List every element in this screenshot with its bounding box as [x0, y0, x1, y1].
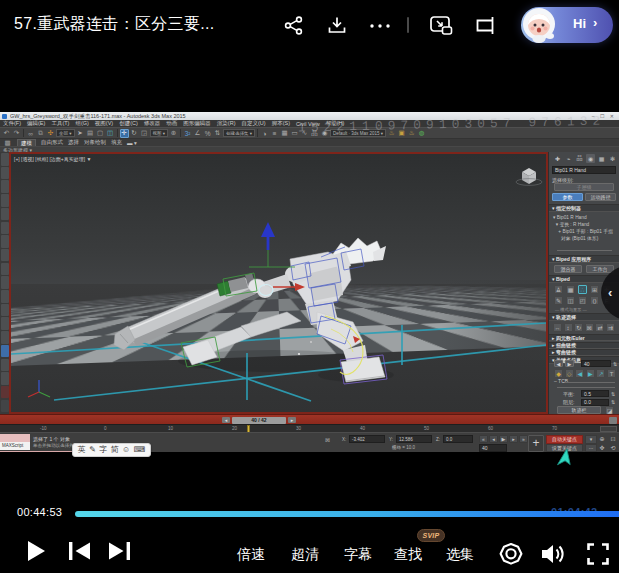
spinner-field-1[interactable]: 0.0	[581, 399, 609, 406]
keyinfo-icon-4[interactable]: ↗	[596, 369, 605, 378]
spinner-snap-icon[interactable]: ⇅	[213, 129, 222, 138]
next-key-button[interactable]: ▶	[565, 360, 574, 367]
theater-mode-icon[interactable]	[474, 16, 494, 35]
track-icon-body-vertical[interactable]: ↕	[564, 323, 573, 332]
object-name-field[interactable]: Bip01 R Hand	[552, 166, 616, 174]
prev-key-button[interactable]: ◀	[554, 360, 563, 367]
go-to-end-button[interactable]: »	[519, 435, 528, 443]
keyinfo-icon-5[interactable]: T	[607, 369, 616, 378]
watch-together-icon[interactable]	[497, 542, 525, 570]
panel-tab-modify[interactable]: ⌁	[564, 154, 573, 163]
biped-icon-mixer-mode[interactable]: ⊞	[590, 285, 599, 294]
next-frame-button[interactable]: ▸	[509, 435, 518, 443]
unlink-icon[interactable]: ⧉	[36, 129, 45, 138]
scale-icon[interactable]: ◲	[140, 129, 149, 138]
keyinfo-icon-1[interactable]: ◇	[565, 369, 574, 378]
angle-snap-icon[interactable]: ∠	[193, 129, 202, 138]
motion-paths-button[interactable]: 运动路径	[585, 193, 616, 201]
key-filters-button[interactable]: ⋯	[585, 444, 597, 452]
layers-icon[interactable]: ▦	[280, 129, 289, 138]
left-strip-button-7[interactable]	[1, 249, 9, 262]
left-strip-button-10[interactable]	[1, 290, 9, 303]
orbit-icon[interactable]: ⟲	[608, 443, 618, 452]
redo-icon[interactable]: ↷	[12, 129, 21, 138]
left-strip-button-14[interactable]	[1, 345, 9, 358]
go-to-start-button[interactable]: «	[479, 435, 488, 443]
trajectory-bar-button[interactable]: 轨迹栏	[557, 406, 601, 415]
biped-icon-motion-flow[interactable]: ∴	[578, 285, 587, 294]
region-icon[interactable]: ▢	[96, 129, 105, 138]
panel-tab-motion[interactable]: ◉	[586, 154, 595, 163]
ribbon-minimize-icon[interactable]: ▬ ▾	[127, 140, 137, 146]
download-icon[interactable]	[327, 16, 347, 35]
left-strip-button-0[interactable]	[1, 153, 9, 166]
max-viewport[interactable]	[11, 154, 546, 412]
previous-episode-button[interactable]	[68, 541, 91, 565]
track-icon-lock-com[interactable]: ⊠	[585, 323, 594, 332]
ribbon-tab-2[interactable]: 选择	[68, 139, 79, 146]
max-track-bar[interactable]: -10010203040506070	[0, 424, 619, 432]
frame-back-button[interactable]: ◂	[222, 417, 230, 423]
panel-tab-hierarchy[interactable]: 品	[575, 154, 584, 163]
more-icon[interactable]	[368, 22, 388, 41]
track-icon-opposite[interactable]: ⇉	[606, 323, 615, 332]
selection-lock-icon[interactable]: ⊠	[325, 436, 330, 443]
volume-icon[interactable]	[540, 542, 568, 570]
left-strip-button-12[interactable]	[1, 317, 9, 330]
ime-item-5[interactable]: ⌨	[134, 446, 146, 454]
maxscript-listener-white[interactable]: MAXScript	[0, 442, 30, 450]
left-strip-button-15[interactable]	[1, 359, 9, 372]
align-icon[interactable]: ≡	[270, 129, 279, 138]
viewport-label[interactable]: [+] [透视] [线框] [边面+真实处理] ▼	[14, 156, 91, 162]
z-field[interactable]: 0.0	[443, 435, 473, 443]
menu-item-5[interactable]: 创建(C)	[119, 120, 138, 127]
keyinfo-icon-2[interactable]: ◀	[575, 369, 584, 378]
left-strip-button-2[interactable]	[1, 180, 9, 193]
menu-item-0[interactable]: 文件(F)	[3, 120, 21, 127]
left-strip-button-11[interactable]	[1, 304, 9, 317]
menu-item-2[interactable]: 工具(T)	[51, 120, 69, 127]
parameters-button[interactable]: 参数	[552, 193, 583, 201]
ribbon-tab-1[interactable]: 自由形式	[41, 139, 63, 146]
left-strip-button-5[interactable]	[1, 222, 9, 235]
current-frame-field[interactable]: 40	[479, 444, 507, 452]
filter-drop-dropdown[interactable]: 全部 ▾	[56, 129, 75, 137]
menu-item-4[interactable]: 视图(V)	[95, 120, 113, 127]
zoom-extents-icon[interactable]: ⊡	[608, 434, 618, 443]
panel-tab-utilities[interactable]: ✻	[608, 154, 617, 163]
select-icon[interactable]: ➤	[76, 129, 85, 138]
left-strip-button-8[interactable]	[1, 263, 9, 276]
maxscript-listener-pink[interactable]	[0, 434, 30, 442]
menu-item-8[interactable]: 图形编辑器	[183, 120, 211, 127]
keyinfo-icon-3[interactable]: ▶	[586, 369, 595, 378]
controller-tree[interactable]: ▾ Bip01 R Hand ▾ 变换 : R Hand + Bip01 手部 …	[553, 214, 613, 242]
rollout-track-selection[interactable]: ▾ 轨迹选择	[549, 313, 619, 321]
next-episode-button[interactable]	[108, 541, 131, 565]
menu-item-3[interactable]: 组(G)	[75, 120, 88, 127]
fullscreen-icon[interactable]	[587, 543, 609, 569]
left-strip-button-16[interactable]	[1, 372, 9, 385]
episodes-button[interactable]: 选集	[446, 546, 474, 564]
biped-icon-figure[interactable]: ♙	[554, 285, 563, 294]
menu-item-10[interactable]: 自定义(U)	[241, 120, 265, 127]
ime-item-0[interactable]: 英	[78, 446, 86, 454]
rollout-quaternion[interactable]: ▸ 四元数/Euler	[549, 334, 619, 341]
left-strip-button-4[interactable]	[1, 208, 9, 221]
ribbon-tab-3[interactable]: 对象绘制	[84, 139, 106, 146]
left-strip-button-17[interactable]	[1, 386, 9, 399]
menu-item-9[interactable]: 渲染(R)	[217, 120, 236, 127]
snap-icon[interactable]: 3²	[183, 129, 192, 138]
time-slider-handle[interactable]: 40 / 42	[232, 417, 286, 424]
subtitle-button[interactable]: 字幕	[344, 546, 372, 564]
crossing-icon[interactable]: ◫	[106, 129, 115, 138]
pan-icon[interactable]: ✥	[597, 443, 607, 452]
play-button[interactable]	[27, 541, 45, 565]
rollout-twist[interactable]: ▸ 扭曲链接	[549, 342, 619, 349]
key-frame-field[interactable]: 40	[581, 360, 611, 367]
rollout-biped-apps[interactable]: ▾ Biped 应用程序	[549, 255, 619, 263]
left-strip-button-6[interactable]	[1, 235, 9, 248]
left-strip-button-13[interactable]	[1, 331, 9, 344]
spinner-field-0[interactable]: 0.5	[581, 390, 609, 397]
track-icon-body-horizontal[interactable]: ↔	[553, 323, 562, 332]
spinner-arrows-0[interactable]: ⇅	[611, 391, 615, 397]
